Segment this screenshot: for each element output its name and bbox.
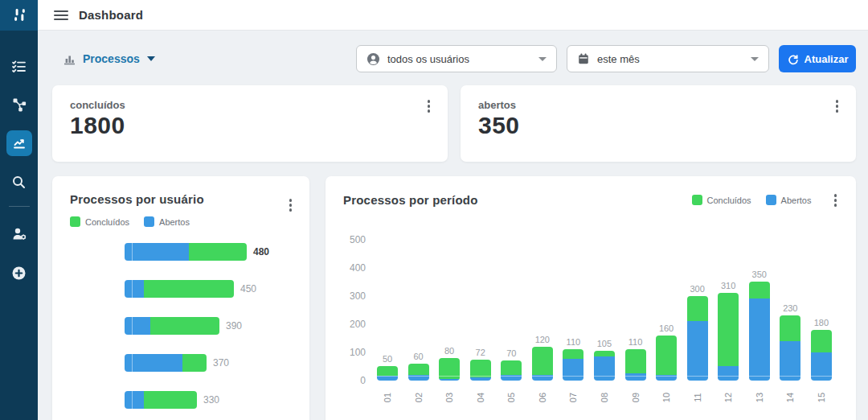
stacked-bar[interactable] bbox=[501, 360, 522, 381]
refresh-button-label: Atualizar bbox=[805, 53, 849, 65]
app-window: Dashboard Processos bbox=[0, 0, 868, 420]
bar-value-label: 350 bbox=[752, 270, 767, 279]
x-axis-tick: 02 bbox=[414, 392, 424, 401]
toolbar: Processos todos os usuários bbox=[52, 45, 856, 72]
legend-label: Abertos bbox=[159, 217, 190, 227]
x-axis-tick: 10 bbox=[661, 392, 671, 401]
stacked-bar[interactable] bbox=[656, 336, 677, 381]
abertos-segment bbox=[563, 359, 583, 380]
stacked-bar[interactable] bbox=[125, 317, 219, 335]
stacked-bar[interactable] bbox=[625, 349, 646, 381]
stat-value: 1800 bbox=[70, 112, 430, 139]
abertos-segment bbox=[656, 375, 677, 381]
y-axis-tick: 300 bbox=[350, 290, 366, 302]
kebab-menu-icon[interactable] bbox=[426, 98, 432, 114]
active-nav-highlight bbox=[6, 130, 32, 156]
stacked-bar[interactable] bbox=[125, 354, 207, 372]
y-axis-tick: 500 bbox=[350, 234, 366, 245]
checklist-icon bbox=[11, 59, 27, 74]
kebab-menu-icon[interactable] bbox=[833, 192, 839, 208]
user-chart-row: 330 bbox=[70, 391, 292, 409]
x-axis-tick: 15 bbox=[817, 392, 826, 401]
legend-label: Abertos bbox=[781, 196, 812, 205]
chart-title: Processos por usuário bbox=[70, 192, 292, 206]
legend-label: Concluídos bbox=[85, 217, 129, 227]
user-filter-value: todos os usuários bbox=[387, 53, 469, 65]
x-axis-tick: 05 bbox=[506, 392, 516, 401]
abertos-segment bbox=[501, 375, 522, 381]
sidebar-item-search[interactable] bbox=[0, 163, 38, 201]
kebab-menu-icon[interactable] bbox=[288, 197, 294, 213]
legend-item-abertos[interactable]: Abertos bbox=[766, 195, 812, 205]
sidebar-item-tasks[interactable] bbox=[0, 47, 38, 85]
x-axis-tick: 01 bbox=[383, 392, 392, 401]
bar-value-label: 390 bbox=[226, 320, 242, 331]
bar-chart-icon bbox=[63, 52, 76, 66]
concluidos-segment bbox=[780, 315, 800, 341]
legend-item-abertos[interactable]: Abertos bbox=[144, 216, 190, 227]
bar-value-label: 330 bbox=[203, 394, 219, 406]
bar-value-label: 370 bbox=[213, 357, 229, 369]
bar-value-label: 310 bbox=[721, 281, 735, 290]
stacked-bar[interactable] bbox=[594, 351, 615, 381]
abertos-segment bbox=[125, 354, 182, 372]
stacked-bar[interactable] bbox=[780, 315, 800, 381]
legend-swatch-green bbox=[692, 195, 702, 205]
sidebar-item-user-settings[interactable] bbox=[0, 215, 38, 253]
calendar-icon bbox=[577, 52, 590, 65]
concluidos-segment bbox=[718, 293, 739, 366]
stacked-bar[interactable] bbox=[408, 364, 429, 381]
bar-value-label: 480 bbox=[253, 246, 269, 257]
sidebar-item-analytics[interactable] bbox=[0, 124, 38, 163]
menu-toggle-icon[interactable] bbox=[54, 10, 68, 20]
refresh-button[interactable]: Atualizar bbox=[779, 45, 856, 72]
stat-card-concluidos: concluídos 1800 bbox=[52, 85, 448, 162]
user-filter-select[interactable]: todos os usuários bbox=[356, 45, 557, 72]
bar-value-label: 450 bbox=[240, 283, 256, 294]
stacked-bar[interactable] bbox=[532, 347, 553, 381]
legend-item-concluidos[interactable]: Concluídos bbox=[70, 216, 129, 227]
concluidos-segment bbox=[408, 364, 429, 375]
stacked-bar[interactable] bbox=[125, 280, 234, 298]
abertos-segment bbox=[811, 352, 832, 381]
workflow-icon bbox=[12, 97, 27, 112]
bar-value-label: 60 bbox=[413, 352, 423, 361]
abertos-segment bbox=[594, 356, 615, 381]
charts-row: Processos por usuário Concluídos Abertos… bbox=[52, 176, 856, 420]
sidebar-divider bbox=[9, 206, 30, 207]
stacked-bar[interactable] bbox=[718, 293, 739, 381]
abertos-segment bbox=[125, 391, 144, 409]
stacked-bar[interactable] bbox=[125, 391, 197, 409]
stacked-bar[interactable] bbox=[687, 296, 708, 381]
stacked-bar[interactable] bbox=[470, 360, 491, 380]
abertos-segment bbox=[125, 243, 189, 261]
legend-item-concluidos[interactable]: Concluídos bbox=[692, 195, 751, 205]
x-axis-tick: 14 bbox=[785, 392, 795, 401]
concluidos-segment bbox=[687, 296, 708, 322]
stacked-bar[interactable] bbox=[125, 243, 247, 261]
period-bar-column: 7204 bbox=[470, 348, 491, 380]
period-chart-card: Processos por período Concluídos Abertos bbox=[326, 176, 856, 420]
concluidos-segment bbox=[625, 349, 646, 373]
period-bar-column: 5001 bbox=[377, 354, 398, 381]
chart-legend: Concluídos Abertos bbox=[692, 195, 812, 205]
period-filter-select[interactable]: este mês bbox=[567, 45, 769, 72]
period-bar-column: 10508 bbox=[594, 339, 615, 381]
period-bar-column: 8003 bbox=[439, 346, 460, 381]
stacked-bar[interactable] bbox=[811, 330, 832, 381]
concluidos-segment bbox=[594, 351, 615, 356]
abertos-segment bbox=[625, 373, 646, 381]
sidebar-item-workflow[interactable] bbox=[0, 85, 38, 124]
legend-swatch-blue bbox=[766, 195, 776, 205]
stat-label: abertos bbox=[478, 99, 838, 111]
x-axis-tick: 04 bbox=[476, 392, 485, 401]
stacked-bar[interactable] bbox=[377, 366, 398, 381]
stacked-bar[interactable] bbox=[749, 282, 770, 381]
period-chart-y-axis: 0100200300400500 bbox=[343, 220, 377, 381]
sidebar-item-add[interactable] bbox=[0, 253, 38, 292]
kebab-menu-icon[interactable] bbox=[834, 98, 841, 114]
concluidos-segment bbox=[811, 330, 832, 352]
stacked-bar[interactable] bbox=[563, 349, 583, 381]
report-selector[interactable]: Processos bbox=[63, 52, 155, 66]
stacked-bar[interactable] bbox=[439, 358, 460, 381]
